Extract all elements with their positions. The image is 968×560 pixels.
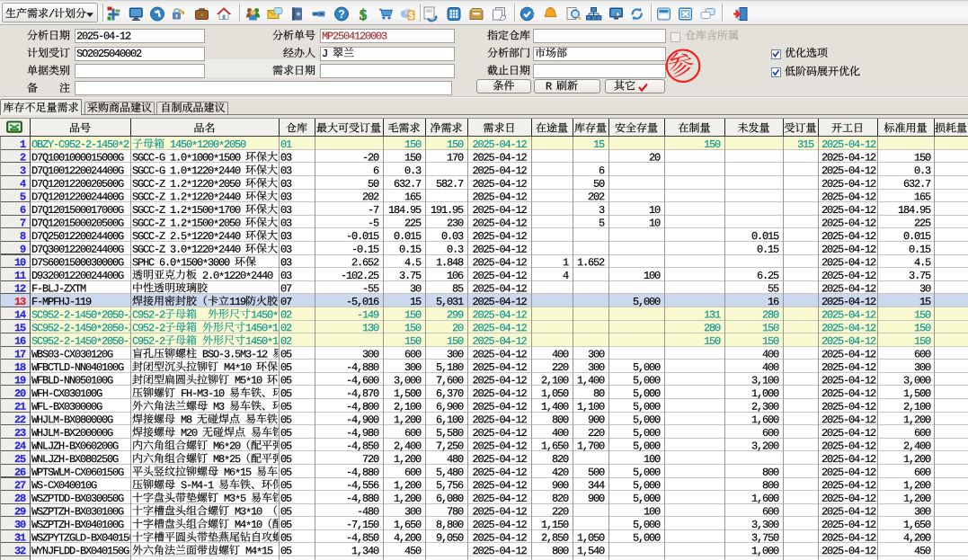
svg-text:$: $ bbox=[409, 11, 414, 21]
svg-text:$: $ bbox=[360, 6, 368, 23]
svg-text:?: ? bbox=[338, 8, 344, 21]
